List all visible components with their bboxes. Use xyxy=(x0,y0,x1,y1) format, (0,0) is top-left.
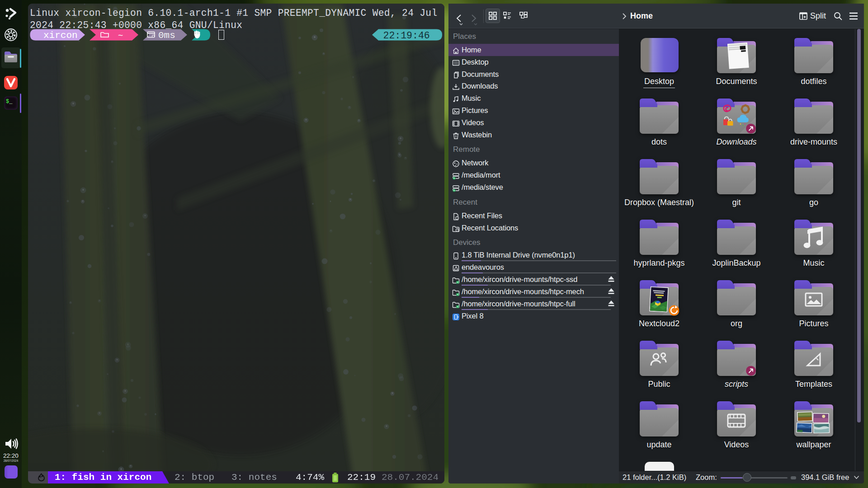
svg-text:xircon: xircon xyxy=(43,30,78,41)
svg-text:22:19:46: 22:19:46 xyxy=(383,30,430,41)
svg-text:0ms: 0ms xyxy=(158,30,175,41)
svg-text:~: ~ xyxy=(118,31,123,41)
